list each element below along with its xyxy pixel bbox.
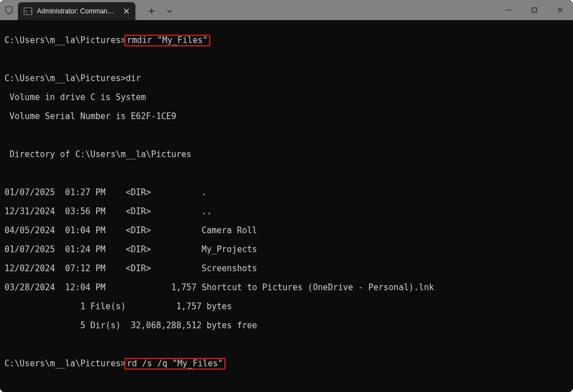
terminal-line — [4, 340, 570, 350]
terminal-window: C:\ Administrator: Command Pro — [0, 0, 573, 392]
terminal-line: 12/31/2024 03:56 PM <DIR> .. — [4, 207, 570, 216]
new-tab-button[interactable] — [142, 3, 161, 20]
tab-active[interactable]: C:\ Administrator: Command Pro — [18, 2, 135, 20]
terminal-line: C:\Users\m__la\Pictures>rd /s /q "My_Fil… — [4, 359, 570, 369]
tab-dropdown-button[interactable] — [162, 3, 177, 20]
titlebar[interactable]: C:\ Administrator: Command Pro — [0, 0, 573, 20]
shield-icon — [3, 4, 15, 16]
terminal-line: C:\Users\m__la\Pictures>rmdir "My_Files" — [4, 36, 570, 45]
window-controls — [496, 0, 573, 20]
titlebar-drag-region[interactable] — [177, 0, 496, 20]
terminal-line: 12/02/2024 07:12 PM <DIR> Screenshots — [4, 264, 570, 273]
highlight-box-2: rd /s /q "My_Files" — [124, 358, 226, 370]
terminal-body[interactable]: C:\Users\m__la\Pictures>rmdir "My_Files"… — [0, 20, 573, 392]
new-tab-controls — [142, 3, 177, 20]
terminal-line: C:\Users\m__la\Pictures>dir — [4, 74, 570, 83]
svg-rect-2 — [532, 8, 537, 12]
maximize-button[interactable] — [522, 0, 547, 20]
terminal-line: 03/28/2024 12:04 PM 1,757 Shortcut to Pi… — [4, 283, 570, 292]
titlebar-left: C:\ Administrator: Command Pro — [0, 0, 177, 20]
close-button[interactable] — [547, 0, 573, 20]
terminal-line — [4, 55, 570, 64]
terminal-line — [4, 378, 570, 388]
terminal-line: 01/07/2025 01:27 PM <DIR> . — [4, 188, 570, 197]
terminal-line: Volume Serial Number is E62F-1CE9 — [4, 112, 570, 121]
terminal-line: 1 File(s) 1,757 bytes — [4, 302, 570, 311]
svg-text:C:\: C:\ — [25, 10, 32, 14]
terminal-line — [4, 169, 570, 178]
tab-close-button[interactable] — [121, 6, 131, 16]
minimize-button[interactable] — [496, 0, 522, 20]
terminal-line — [4, 131, 570, 140]
terminal-line: 5 Dir(s) 32,068,288,512 bytes free — [4, 321, 570, 330]
tab-title: Administrator: Command Pro — [37, 7, 117, 15]
terminal-line: 01/07/2025 01:24 PM <DIR> My_Projects — [4, 245, 570, 254]
terminal-line: 04/05/2024 01:04 PM <DIR> Camera Roll — [4, 226, 570, 235]
terminal-line: Directory of C:\Users\m__la\Pictures — [4, 150, 570, 159]
highlight-box-1: rmdir "My_Files" — [124, 35, 211, 46]
cmd-icon: C:\ — [24, 7, 32, 16]
terminal-line: Volume in drive C is System — [4, 93, 570, 102]
